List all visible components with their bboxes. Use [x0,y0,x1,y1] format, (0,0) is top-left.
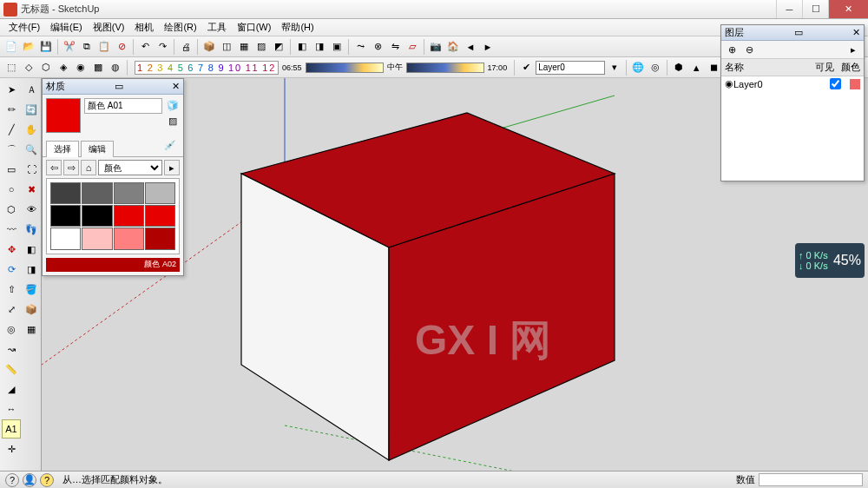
swatch[interactable] [82,205,112,227]
swatch[interactable] [50,182,81,204]
print-icon[interactable]: 🖨 [178,39,194,55]
menu-draw[interactable]: 绘图(R) [159,19,201,36]
home-icon[interactable]: 🏠 [445,39,461,55]
front-icon[interactable]: ◼ [706,60,721,76]
nav-fwd-icon[interactable]: ⇨ [63,160,79,175]
nav-back-icon[interactable]: ⇦ [46,160,62,175]
panel-close-icon[interactable]: ✕ [172,81,180,92]
select-icon[interactable]: ⬚ [3,60,19,76]
cut-icon[interactable]: ✂️ [62,39,77,55]
swatch[interactable] [145,182,175,204]
materials-grid [46,178,180,254]
globe-sel-icon[interactable]: ◎ [648,60,663,76]
follow-icon[interactable]: ⤳ [352,39,368,55]
delete-layer-icon[interactable]: ⊖ [742,43,756,56]
top-icon[interactable]: ▲ [688,60,704,76]
iso-icon[interactable]: ⬢ [671,60,687,76]
close-button[interactable]: ✕ [828,0,868,18]
menu-edit[interactable]: 编辑(E) [45,19,88,36]
component5-icon[interactable]: ◩ [271,39,286,55]
component3-icon[interactable]: ▦ [236,39,252,55]
menu-view[interactable]: 视图(V) [88,19,130,36]
eyedropper-icon[interactable]: 💉 [164,140,180,155]
time-start: 06:55 [282,63,302,72]
layer-dropdown-icon[interactable]: ▾ [607,60,622,76]
redo-icon[interactable]: ↷ [155,39,170,55]
layer-color-swatch[interactable] [850,79,860,89]
copy-icon[interactable]: ⧉ [79,39,95,55]
menu-window[interactable]: 窗口(W) [232,19,277,36]
paste-icon[interactable]: 📋 [96,39,112,55]
next-icon[interactable]: ► [480,39,496,55]
layer-row[interactable]: ◉ Layer0 [721,76,864,91]
flip-icon[interactable]: ⇋ [387,39,403,55]
materials-tab-select[interactable]: 选择 [46,141,79,157]
col-color[interactable]: 颜色 [838,59,864,76]
col-name[interactable]: 名称 [721,59,812,76]
prev-icon[interactable]: ◄ [463,39,478,55]
hidden-icon[interactable]: ◈ [56,60,71,76]
create-material-icon[interactable]: 🧊 [166,98,180,112]
group-icon[interactable]: ◧ [294,39,310,55]
material-name-field[interactable]: 颜色 A01 [84,98,162,114]
layer-visible-checkbox[interactable] [830,78,841,89]
swatch[interactable] [145,228,175,249]
new-icon[interactable]: 📄 [3,39,19,55]
edit-group-icon[interactable]: ▣ [329,39,345,55]
scale-icon[interactable]: ▱ [404,39,420,55]
component-icon[interactable]: 📦 [201,39,217,55]
default-material-icon[interactable]: ▨ [166,114,180,128]
menu-camera[interactable]: 相机 [129,19,159,36]
swatch[interactable] [114,205,144,227]
network-speed-widget[interactable]: ↑ 0 K/s ↓ 0 K/s 45% [795,243,865,278]
time-slider[interactable] [306,63,384,73]
intersect-icon[interactable]: ⊗ [370,39,385,55]
panel-minimize-icon[interactable]: ▭ [115,81,123,92]
swatch[interactable] [114,182,144,204]
status-value-input[interactable] [759,473,863,486]
delete-icon[interactable]: ⊘ [114,39,129,55]
menu-tools[interactable]: 工具 [202,19,232,36]
face-icon[interactable]: ◇ [21,60,36,76]
layer-radio-icon[interactable]: ◉ [725,78,733,89]
layers-minimize-icon[interactable]: ▭ [794,27,803,38]
layer-field[interactable] [536,61,605,75]
swatch[interactable] [114,228,144,249]
time-slider-2[interactable] [406,63,484,73]
layers-close-icon[interactable]: ✕ [852,27,860,38]
swatch[interactable] [82,228,112,249]
status-info-icon[interactable]: ? [5,473,19,487]
swatch[interactable] [50,228,81,249]
col-visible[interactable]: 可见 [812,59,838,76]
swatch[interactable] [82,182,112,204]
materials-tab-edit[interactable]: 编辑 [81,141,114,157]
materials-category-select[interactable]: 颜色 [98,160,162,175]
status-geo-icon[interactable]: 👤 [23,473,36,487]
camera-icon[interactable]: 📷 [428,39,444,55]
maximize-button[interactable]: ☐ [802,0,828,18]
ungroup-icon[interactable]: ◨ [312,39,327,55]
component2-icon[interactable]: ◫ [219,39,234,55]
wireframe-icon[interactable]: ⬡ [38,60,54,76]
globe-icon[interactable]: 🌐 [630,60,646,76]
timeline-frames[interactable]: 1 2 3 4 5 6 7 8 9 10 11 12 [135,61,279,75]
add-layer-icon[interactable]: ⊕ [725,43,739,56]
check-icon[interactable]: ✔ [518,60,534,76]
nav-home-icon[interactable]: ⌂ [81,160,96,175]
status-help-icon[interactable]: ? [40,473,54,487]
swatch[interactable] [145,205,175,227]
detail-icon[interactable]: ▸ [164,160,180,175]
component4-icon[interactable]: ▨ [253,39,269,55]
save-icon[interactable]: 💾 [38,39,54,55]
open-icon[interactable]: 📂 [21,39,36,55]
shaded-icon[interactable]: ◉ [73,60,89,76]
mono-icon[interactable]: ◍ [108,60,123,76]
menu-help[interactable]: 帮助(H) [276,19,319,36]
menu-file[interactable]: 文件(F) [3,19,45,36]
undo-icon[interactable]: ↶ [137,39,153,55]
material-preview-swatch[interactable] [46,98,81,133]
textured-icon[interactable]: ▩ [90,60,106,76]
layers-menu-icon[interactable]: ▸ [846,43,860,56]
minimize-button[interactable]: ─ [776,0,802,18]
swatch[interactable] [50,205,81,227]
